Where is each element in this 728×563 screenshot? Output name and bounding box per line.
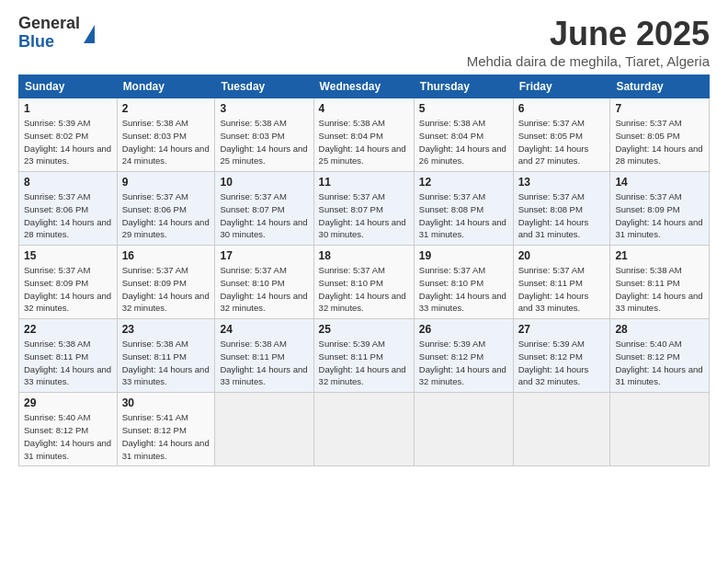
day-number: 20 (518, 249, 606, 262)
day-number: 23 (122, 323, 210, 336)
table-row: 29 Sunrise: 5:40 AMSunset: 8:12 PMDaylig… (19, 393, 118, 466)
table-row: 11 Sunrise: 5:37 AMSunset: 8:07 PMDaylig… (313, 172, 414, 246)
day-number: 5 (419, 102, 508, 115)
day-number: 28 (615, 323, 704, 336)
table-row (215, 393, 313, 466)
table-row: 12 Sunrise: 5:37 AMSunset: 8:08 PMDaylig… (414, 172, 513, 246)
day-info: Sunrise: 5:37 AMSunset: 8:10 PMDaylight:… (220, 264, 308, 315)
calendar-week-row: 15 Sunrise: 5:37 AMSunset: 8:09 PMDaylig… (19, 246, 710, 319)
day-info: Sunrise: 5:38 AMSunset: 8:04 PMDaylight:… (319, 117, 409, 167)
day-number: 24 (220, 323, 308, 336)
table-row: 25 Sunrise: 5:39 AMSunset: 8:11 PMDaylig… (313, 319, 414, 393)
day-number: 1 (24, 102, 112, 115)
day-info: Sunrise: 5:40 AMSunset: 8:12 PMDaylight:… (24, 411, 112, 462)
header-thursday: Thursday (414, 75, 513, 98)
day-info: Sunrise: 5:38 AMSunset: 8:11 PMDaylight:… (220, 338, 308, 388)
day-number: 14 (615, 176, 704, 189)
table-row (313, 393, 414, 466)
day-info: Sunrise: 5:37 AMSunset: 8:05 PMDaylight:… (518, 117, 606, 167)
day-number: 27 (518, 323, 606, 336)
table-row: 4 Sunrise: 5:38 AMSunset: 8:04 PMDayligh… (313, 98, 414, 172)
day-info: Sunrise: 5:37 AMSunset: 8:05 PMDaylight:… (615, 117, 704, 167)
table-row (414, 393, 513, 466)
day-info: Sunrise: 5:37 AMSunset: 8:10 PMDaylight:… (419, 264, 508, 315)
day-info: Sunrise: 5:39 AMSunset: 8:02 PMDaylight:… (24, 117, 112, 167)
table-row: 26 Sunrise: 5:39 AMSunset: 8:12 PMDaylig… (414, 319, 513, 393)
table-row: 3 Sunrise: 5:38 AMSunset: 8:03 PMDayligh… (215, 98, 313, 172)
location-subtitle: Mehdia daira de meghila, Tiaret, Algeria (467, 53, 710, 69)
table-row: 10 Sunrise: 5:37 AMSunset: 8:07 PMDaylig… (215, 172, 313, 246)
day-info: Sunrise: 5:37 AMSunset: 8:06 PMDaylight:… (122, 190, 210, 241)
calendar-header: Sunday Monday Tuesday Wednesday Thursday… (19, 75, 710, 98)
table-row: 8 Sunrise: 5:37 AMSunset: 8:06 PMDayligh… (19, 172, 118, 246)
logo-triangle-icon (84, 25, 95, 43)
calendar-week-row: 8 Sunrise: 5:37 AMSunset: 8:06 PMDayligh… (19, 172, 710, 246)
table-row: 21 Sunrise: 5:38 AMSunset: 8:11 PMDaylig… (610, 246, 710, 319)
day-info: Sunrise: 5:37 AMSunset: 8:10 PMDaylight:… (319, 264, 409, 315)
day-number: 4 (319, 102, 409, 115)
day-info: Sunrise: 5:37 AMSunset: 8:06 PMDaylight:… (24, 190, 112, 241)
day-info: Sunrise: 5:40 AMSunset: 8:12 PMDaylight:… (615, 338, 704, 388)
calendar-table: Sunday Monday Tuesday Wednesday Thursday… (18, 75, 710, 466)
table-row (513, 393, 610, 466)
table-row: 14 Sunrise: 5:37 AMSunset: 8:09 PMDaylig… (610, 172, 710, 246)
table-row: 17 Sunrise: 5:37 AMSunset: 8:10 PMDaylig… (215, 246, 313, 319)
day-number: 30 (122, 396, 210, 409)
day-info: Sunrise: 5:38 AMSunset: 8:04 PMDaylight:… (419, 117, 508, 167)
day-info: Sunrise: 5:38 AMSunset: 8:03 PMDaylight:… (122, 117, 210, 167)
day-number: 13 (518, 176, 606, 189)
day-number: 11 (319, 176, 409, 189)
table-row: 5 Sunrise: 5:38 AMSunset: 8:04 PMDayligh… (414, 98, 513, 172)
day-number: 25 (319, 323, 409, 336)
logo-general: General (18, 15, 80, 33)
logo-blue: Blue (18, 33, 80, 52)
month-title: June 2025 (467, 15, 710, 53)
day-number: 2 (122, 102, 210, 115)
day-number: 3 (220, 102, 308, 115)
logo: General Blue (18, 15, 95, 52)
day-info: Sunrise: 5:37 AMSunset: 8:09 PMDaylight:… (615, 190, 704, 241)
calendar-body: 1 Sunrise: 5:39 AMSunset: 8:02 PMDayligh… (19, 98, 710, 466)
day-number: 21 (615, 249, 704, 262)
title-block: June 2025 Mehdia daira de meghila, Tiare… (467, 15, 710, 69)
day-info: Sunrise: 5:39 AMSunset: 8:12 PMDaylight:… (518, 338, 606, 388)
table-row: 2 Sunrise: 5:38 AMSunset: 8:03 PMDayligh… (117, 98, 215, 172)
table-row (610, 393, 710, 466)
day-number: 29 (24, 396, 112, 409)
table-row: 28 Sunrise: 5:40 AMSunset: 8:12 PMDaylig… (610, 319, 710, 393)
day-number: 12 (419, 176, 508, 189)
day-info: Sunrise: 5:37 AMSunset: 8:09 PMDaylight:… (24, 264, 112, 315)
table-row: 19 Sunrise: 5:37 AMSunset: 8:10 PMDaylig… (414, 246, 513, 319)
table-row: 15 Sunrise: 5:37 AMSunset: 8:09 PMDaylig… (19, 246, 118, 319)
day-info: Sunrise: 5:37 AMSunset: 8:11 PMDaylight:… (518, 264, 606, 315)
day-info: Sunrise: 5:37 AMSunset: 8:07 PMDaylight:… (220, 190, 308, 241)
header-monday: Monday (117, 75, 215, 98)
header-wednesday: Wednesday (313, 75, 414, 98)
header-row: Sunday Monday Tuesday Wednesday Thursday… (19, 75, 710, 98)
day-info: Sunrise: 5:37 AMSunset: 8:09 PMDaylight:… (122, 264, 210, 315)
table-row: 7 Sunrise: 5:37 AMSunset: 8:05 PMDayligh… (610, 98, 710, 172)
day-number: 19 (419, 249, 508, 262)
header-tuesday: Tuesday (215, 75, 313, 98)
day-number: 16 (122, 249, 210, 262)
day-info: Sunrise: 5:38 AMSunset: 8:11 PMDaylight:… (24, 338, 112, 388)
day-info: Sunrise: 5:37 AMSunset: 8:08 PMDaylight:… (518, 190, 606, 241)
day-number: 18 (319, 249, 409, 262)
table-row: 22 Sunrise: 5:38 AMSunset: 8:11 PMDaylig… (19, 319, 118, 393)
calendar-week-row: 22 Sunrise: 5:38 AMSunset: 8:11 PMDaylig… (19, 319, 710, 393)
header-friday: Friday (513, 75, 610, 98)
day-number: 10 (220, 176, 308, 189)
calendar-week-row: 29 Sunrise: 5:40 AMSunset: 8:12 PMDaylig… (19, 393, 710, 466)
table-row: 1 Sunrise: 5:39 AMSunset: 8:02 PMDayligh… (19, 98, 118, 172)
day-number: 8 (24, 176, 112, 189)
table-row: 27 Sunrise: 5:39 AMSunset: 8:12 PMDaylig… (513, 319, 610, 393)
calendar-week-row: 1 Sunrise: 5:39 AMSunset: 8:02 PMDayligh… (19, 98, 710, 172)
table-row: 20 Sunrise: 5:37 AMSunset: 8:11 PMDaylig… (513, 246, 610, 319)
table-row: 23 Sunrise: 5:38 AMSunset: 8:11 PMDaylig… (117, 319, 215, 393)
table-row: 9 Sunrise: 5:37 AMSunset: 8:06 PMDayligh… (117, 172, 215, 246)
day-number: 22 (24, 323, 112, 336)
day-info: Sunrise: 5:38 AMSunset: 8:11 PMDaylight:… (122, 338, 210, 388)
header-saturday: Saturday (610, 75, 710, 98)
day-number: 6 (518, 102, 606, 115)
day-info: Sunrise: 5:38 AMSunset: 8:03 PMDaylight:… (220, 117, 308, 167)
